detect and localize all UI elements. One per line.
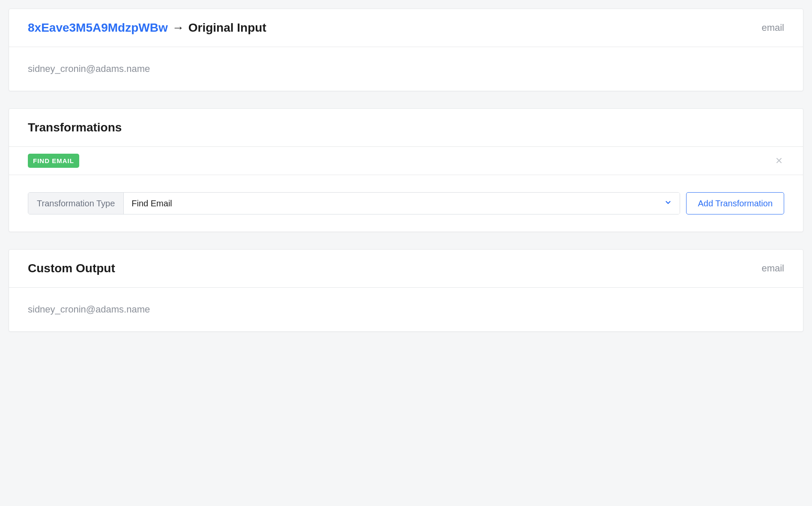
chevron-down-icon [664, 199, 672, 208]
input-type-label: email [761, 22, 784, 33]
output-card-body: sidney_cronin@adams.name [9, 288, 803, 331]
transformation-type-group: Transformation Type Find Email [28, 192, 680, 214]
output-title: Custom Output [28, 262, 115, 275]
transformations-title: Transformations [28, 121, 122, 134]
transformation-type-label: Transformation Type [28, 193, 124, 214]
custom-output-card: Custom Output email sidney_cronin@adams.… [9, 249, 803, 332]
original-input-card: 8xEave3M5A9MdzpWBw → Original Input emai… [9, 9, 803, 91]
output-type-label: email [761, 263, 784, 274]
add-transformation-button[interactable]: Add Transformation [686, 192, 784, 214]
input-card-body: sidney_cronin@adams.name [9, 47, 803, 91]
output-card-header: Custom Output email [9, 250, 803, 288]
transformation-badge-row: FIND EMAIL [9, 147, 803, 175]
transformation-type-select[interactable]: Find Email [124, 193, 680, 214]
close-icon[interactable] [774, 155, 784, 167]
find-email-badge: FIND EMAIL [28, 154, 79, 168]
transformations-header: Transformations [9, 109, 803, 147]
arrow-icon: → [172, 21, 184, 35]
input-title: Original Input [188, 21, 266, 35]
input-card-header: 8xEave3M5A9MdzpWBw → Original Input emai… [9, 9, 803, 47]
input-header-title: 8xEave3M5A9MdzpWBw → Original Input [28, 21, 266, 35]
transformation-type-value: Find Email [131, 199, 172, 208]
output-value: sidney_cronin@adams.name [28, 304, 784, 315]
input-id-link[interactable]: 8xEave3M5A9MdzpWBw [28, 21, 168, 35]
input-value: sidney_cronin@adams.name [28, 63, 784, 74]
transformations-card: Transformations FIND EMAIL Transformatio… [9, 108, 803, 232]
transformation-form-row: Transformation Type Find Email Add Trans… [9, 175, 803, 232]
